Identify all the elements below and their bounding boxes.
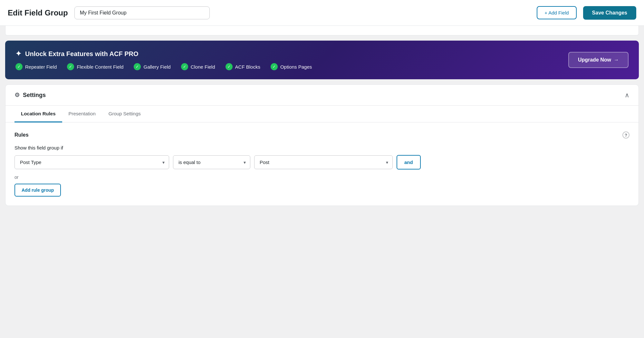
tab-location-rules[interactable]: Location Rules [14,106,62,122]
operator-select-wrapper: is equal to is not equal to ▾ [173,155,250,169]
tab-presentation[interactable]: Presentation [62,106,102,122]
collapse-icon[interactable]: ∧ [625,91,630,99]
settings-title: ⚙ Settings [14,92,46,99]
banner-title: ✦ Unlock Extra Features with ACF PRO [15,50,312,58]
show-label: Show this field group if [14,145,630,150]
condition-select-wrapper: Post Type Page User ▾ [14,155,169,169]
field-group-name-input[interactable] [74,6,210,19]
settings-card: ⚙ Settings ∧ Location Rules Presentation… [5,84,639,206]
save-changes-button[interactable]: Save Changes [583,6,636,20]
acf-pro-banner: ✦ Unlock Extra Features with ACF PRO ✓ R… [5,41,639,79]
feature-options: ✓ Options Pages [271,63,312,70]
rule-row: Post Type Page User ▾ is equal to is not… [14,155,630,169]
check-icon: ✓ [67,63,74,70]
settings-header: ⚙ Settings ∧ [5,85,639,106]
tab-group-settings[interactable]: Group Settings [102,106,147,122]
value-select[interactable]: Post Page [254,155,393,169]
or-label: or [14,175,630,180]
arrow-right-icon: → [614,57,619,63]
star-icon: ✦ [15,50,21,58]
check-icon: ✓ [271,63,278,70]
gear-icon: ⚙ [14,92,20,99]
help-icon[interactable]: ? [622,131,630,139]
feature-gallery: ✓ Gallery Field [134,63,170,70]
check-icon: ✓ [226,63,233,70]
feature-clone: ✓ Clone Field [181,63,215,70]
value-select-wrapper: Post Page ▾ [254,155,393,169]
top-partial-card [5,26,639,35]
banner-left: ✦ Unlock Extra Features with ACF PRO ✓ R… [15,50,312,70]
check-icon: ✓ [134,63,141,70]
and-button[interactable]: and [397,155,421,169]
feature-repeater: ✓ Repeater Field [15,63,57,70]
add-field-button[interactable]: + Add Field [537,6,576,19]
add-rule-group-button[interactable]: Add rule group [14,184,61,197]
banner-features: ✓ Repeater Field ✓ Flexible Content Fiel… [15,63,312,70]
operator-select[interactable]: is equal to is not equal to [173,155,250,169]
page-title: Edit Field Group [8,8,68,17]
rules-header: Rules ? [14,131,630,139]
rules-section: Rules ? Show this field group if Post Ty… [5,122,639,206]
check-icon: ✓ [181,63,188,70]
rules-label: Rules [14,132,29,138]
page-header: Edit Field Group + Add Field Save Change… [0,0,644,26]
main-content: ✦ Unlock Extra Features with ACF PRO ✓ R… [0,26,644,224]
check-icon: ✓ [15,63,23,70]
upgrade-now-button[interactable]: Upgrade Now → [568,52,629,68]
tabs-bar: Location Rules Presentation Group Settin… [5,106,639,122]
feature-flexible: ✓ Flexible Content Field [67,63,123,70]
feature-blocks: ✓ ACF Blocks [226,63,260,70]
condition-select[interactable]: Post Type Page User [14,155,169,169]
